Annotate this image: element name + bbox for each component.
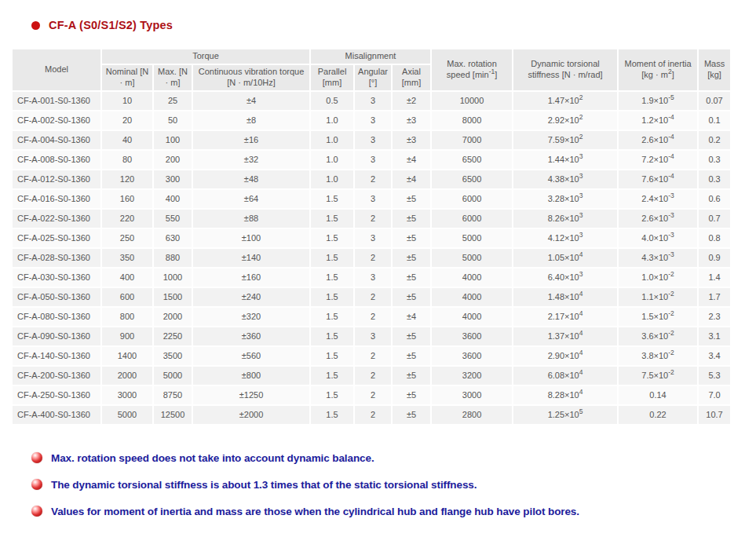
value-cell: 250 [102, 229, 152, 247]
value-cell: ±4 [393, 151, 430, 169]
value-cell: 4000 [432, 288, 512, 306]
table-row: CF-A-022-S0-1360220550±881.52±560008.26×… [13, 210, 730, 228]
value-cell: 1.5 [311, 308, 353, 326]
model-cell: CF-A-002-S0-1360 [13, 111, 100, 130]
value-cell: 1.0 [311, 131, 353, 149]
value-cell: ±5 [393, 288, 430, 306]
table-row: CF-A-080-S0-13608002000±3201.52±440002.1… [13, 308, 730, 326]
footnote: The dynamic torsional stiffness is about… [31, 479, 756, 491]
value-cell: ±5 [393, 367, 430, 385]
value-cell: 2.6×10-4 [619, 131, 697, 149]
value-cell: 2.3 [699, 308, 730, 326]
value-cell: 3000 [102, 386, 152, 404]
value-cell: ±5 [393, 347, 430, 365]
value-cell: 1.5 [311, 190, 353, 208]
value-cell: 3 [355, 327, 391, 345]
value-cell: ±100 [193, 229, 309, 247]
value-cell: 5000 [102, 406, 152, 424]
value-cell: ±5 [393, 190, 430, 208]
model-cell: CF-A-400-S0-1360 [13, 406, 100, 424]
model-cell: CF-A-200-S0-1360 [13, 367, 100, 385]
value-cell: 6000 [432, 190, 512, 208]
model-cell: CF-A-001-S0-1360 [13, 92, 100, 110]
value-cell: 7.5×10-2 [619, 367, 697, 385]
section-header: CF-A (S0/S1/S2) Types [31, 19, 756, 31]
footnote: Max. rotation speed does not take into a… [31, 452, 756, 464]
value-cell: 160 [102, 190, 152, 208]
value-cell: ±5 [393, 210, 430, 228]
value-cell: ±2 [393, 92, 430, 110]
value-cell: 2800 [432, 406, 512, 424]
value-cell: 2 [355, 367, 391, 385]
value-cell: 3 [355, 229, 391, 247]
model-cell: CF-A-025-S0-1360 [13, 229, 100, 247]
value-cell: 3 [355, 131, 391, 149]
footnotes: Max. rotation speed does not take into a… [31, 452, 756, 517]
value-cell: 1.5 [311, 229, 353, 247]
value-cell: 0.7 [699, 210, 730, 228]
value-cell: 3600 [432, 327, 512, 345]
value-cell: 6.40×103 [513, 269, 617, 287]
value-cell: ±5 [393, 249, 430, 267]
table-row: CF-A-028-S0-1360350880±1401.52±550001.05… [13, 249, 730, 267]
red-orb-bullet-icon [31, 479, 42, 490]
value-cell: 550 [154, 210, 192, 228]
value-cell: 3 [355, 151, 391, 169]
value-cell: ±240 [193, 288, 309, 306]
value-cell: 350 [102, 249, 152, 267]
model-cell: CF-A-050-S0-1360 [13, 288, 100, 306]
value-cell: 1.9×10-5 [619, 92, 697, 110]
red-orb-bullet-icon [31, 506, 42, 517]
col-group-torque: Torque [102, 49, 309, 64]
table-row: CF-A-016-S0-1360160400±641.53±560003.28×… [13, 190, 730, 208]
value-cell: 1.5 [311, 386, 353, 404]
footnote: Values for moment of inertia and mass ar… [31, 506, 756, 517]
col-group-misalignment: Misalignment [311, 49, 430, 64]
col-header-parallel: Parallel [mm] [311, 65, 353, 90]
value-cell: 630 [154, 229, 192, 247]
value-cell: ±140 [193, 249, 309, 267]
value-cell: 3500 [154, 347, 192, 365]
model-cell: CF-A-090-S0-1360 [13, 327, 100, 345]
model-cell: CF-A-016-S0-1360 [13, 190, 100, 208]
model-cell: CF-A-140-S0-1360 [13, 347, 100, 365]
value-cell: ±560 [193, 347, 309, 365]
value-cell: 1.5×10-2 [619, 308, 697, 326]
value-cell: ±2000 [193, 406, 309, 424]
value-cell: 900 [102, 327, 152, 345]
value-cell: ±4 [193, 92, 309, 110]
value-cell: 1.5 [311, 367, 353, 385]
value-cell: 3 [355, 269, 391, 287]
value-cell: 4.12×103 [513, 229, 617, 247]
value-cell: 1.44×103 [513, 151, 617, 169]
col-header-dynamic-torsional-stiffness: Dynamic torsional stiffness [N · m/rad] [513, 49, 617, 90]
value-cell: 2 [355, 386, 391, 404]
value-cell: 800 [102, 308, 152, 326]
value-cell: 12500 [154, 406, 192, 424]
footnote-text: Max. rotation speed does not take into a… [51, 452, 374, 464]
value-cell: ±88 [193, 210, 309, 228]
red-orb-bullet-icon [31, 452, 42, 463]
value-cell: 220 [102, 210, 152, 228]
value-cell: 1.25×105 [513, 406, 617, 424]
value-cell: 0.07 [699, 92, 730, 110]
value-cell: 0.3 [699, 170, 730, 188]
value-cell: ±360 [193, 327, 309, 345]
value-cell: 600 [102, 288, 152, 306]
footnote-text: Values for moment of inertia and mass ar… [51, 506, 579, 517]
model-cell: CF-A-008-S0-1360 [13, 151, 100, 169]
value-cell: 4.0×10-3 [619, 229, 697, 247]
page-title: CF-A (S0/S1/S2) Types [49, 19, 173, 31]
value-cell: 2250 [154, 327, 192, 345]
value-cell: 1.7 [699, 288, 730, 306]
value-cell: 8.28×104 [513, 386, 617, 404]
value-cell: 1.5 [311, 327, 353, 345]
value-cell: 1.5 [311, 210, 353, 228]
table-row: CF-A-001-S0-13601025±40.53±2100001.47×10… [13, 92, 730, 110]
value-cell: 2 [355, 347, 391, 365]
table-row: CF-A-008-S0-136080200±321.03±465001.44×1… [13, 151, 730, 169]
table-row: CF-A-050-S0-13606001500±2401.52±540001.4… [13, 288, 730, 306]
table-row: CF-A-002-S0-13602050±81.03±380002.92×102… [13, 111, 730, 130]
value-cell: 10.7 [699, 406, 730, 424]
value-cell: 8000 [432, 111, 512, 130]
